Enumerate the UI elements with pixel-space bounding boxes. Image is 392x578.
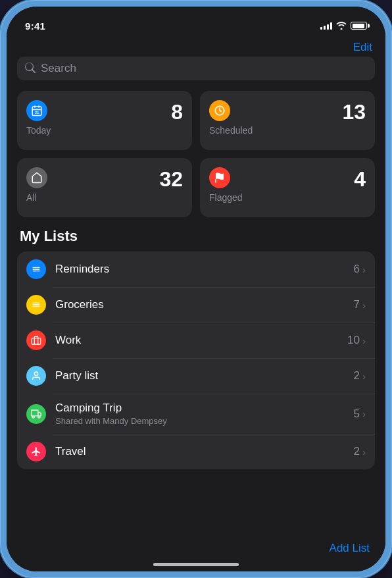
card-count-today: 8 [171, 100, 183, 124]
list-icon-travel [26, 442, 46, 461]
status-bar: 9:41 [7, 7, 385, 36]
card-label-flagged: Flagged [209, 192, 366, 203]
add-list-button[interactable]: Add List [330, 542, 370, 555]
list-name-groceries: Groceries [55, 298, 354, 311]
card-icon-all [26, 167, 47, 188]
card-flagged[interactable]: 4Flagged [200, 158, 375, 217]
list-info-work: Work [55, 334, 347, 347]
list-icon-groceries [26, 295, 46, 315]
smart-cards-grid: 318Today13Scheduled32All4Flagged [17, 91, 375, 217]
list-info-groceries: Groceries [55, 298, 354, 311]
bottom-bar: Add List [7, 537, 385, 563]
list-icon-work [26, 330, 46, 350]
phone-screen: 9:41 [7, 7, 385, 571]
card-count-scheduled: 13 [342, 100, 366, 124]
svg-point-14 [34, 372, 37, 375]
chevron-right-icon: › [362, 371, 366, 382]
chevron-right-icon: › [362, 408, 366, 419]
card-label-scheduled: Scheduled [209, 125, 366, 136]
status-icons [320, 22, 367, 30]
list-right-reminders: 6› [354, 263, 366, 276]
phone-frame: 9:41 [0, 0, 392, 578]
list-subtitle-camping-trip: Shared with Mandy Dempsey [55, 416, 354, 426]
my-lists-title: My Lists [17, 228, 375, 245]
chevron-right-icon: › [362, 335, 366, 346]
card-count-all: 32 [159, 167, 183, 192]
list-item-work[interactable]: Work10› [17, 323, 375, 358]
list-name-reminders: Reminders [55, 263, 354, 276]
list-name-party-list: Party list [55, 369, 354, 382]
edit-button[interactable]: Edit [353, 41, 372, 54]
list-count-work: 10 [347, 334, 360, 347]
list-count-party-list: 2 [354, 369, 360, 382]
card-icon-today: 31 [26, 100, 47, 121]
list-right-party-list: 2› [354, 369, 366, 382]
signal-icon [320, 22, 332, 30]
chevron-right-icon: › [362, 300, 366, 311]
list-count-groceries: 7 [354, 298, 360, 311]
list-item-camping-trip[interactable]: Camping TripShared with Mandy Dempsey5› [17, 394, 375, 434]
search-icon [25, 63, 36, 75]
list-right-groceries: 7› [354, 298, 366, 311]
list-count-camping-trip: 5 [354, 407, 360, 421]
list-icon-reminders [26, 259, 46, 279]
list-item-groceries[interactable]: Groceries7› [17, 287, 375, 323]
svg-point-17 [32, 415, 34, 417]
card-count-flagged: 4 [354, 167, 366, 192]
home-bar [153, 563, 239, 566]
chevron-right-icon: › [362, 264, 366, 275]
list-name-work: Work [55, 334, 347, 347]
lists-container: Reminders6›Groceries7›Work10›Party list2… [17, 251, 375, 469]
list-name-travel: Travel [55, 445, 354, 458]
list-info-party-list: Party list [55, 369, 354, 382]
list-info-reminders: Reminders [55, 263, 354, 276]
search-bar[interactable]: Search [17, 57, 375, 80]
search-placeholder: Search [41, 62, 76, 75]
card-today[interactable]: 318Today [17, 91, 192, 150]
edit-row: Edit [17, 36, 375, 57]
list-icon-camping-trip [26, 404, 46, 424]
svg-marker-16 [38, 412, 41, 415]
card-icon-scheduled [209, 100, 230, 121]
list-icon-party-list [26, 366, 46, 386]
main-content: Edit Search 318Today13Scheduled32All4Fla… [7, 36, 385, 537]
list-count-reminders: 6 [354, 263, 360, 276]
list-right-camping-trip: 5› [354, 407, 366, 421]
card-scheduled[interactable]: 13Scheduled [200, 91, 375, 150]
chevron-right-icon: › [362, 446, 366, 458]
list-item-reminders[interactable]: Reminders6› [17, 251, 375, 287]
list-info-camping-trip: Camping TripShared with Mandy Dempsey [55, 402, 354, 426]
wifi-icon [336, 22, 347, 30]
card-label-all: All [26, 192, 183, 203]
list-name-camping-trip: Camping Trip [55, 402, 354, 415]
home-indicator [7, 563, 385, 571]
list-right-travel: 2› [354, 445, 366, 458]
battery-icon [351, 22, 367, 30]
list-info-travel: Travel [55, 445, 354, 458]
card-label-today: Today [26, 125, 183, 136]
svg-rect-15 [32, 410, 38, 416]
list-right-work: 10› [347, 334, 366, 347]
status-time: 9:41 [25, 20, 45, 32]
svg-text:31: 31 [35, 111, 39, 115]
screen-content: 9:41 [7, 7, 385, 571]
list-item-party-list[interactable]: Party list2› [17, 358, 375, 394]
list-count-travel: 2 [354, 445, 360, 458]
card-all[interactable]: 32All [17, 158, 192, 217]
list-item-travel[interactable]: Travel2› [17, 434, 375, 469]
svg-rect-13 [32, 338, 40, 344]
svg-point-18 [38, 415, 40, 417]
card-icon-flagged [209, 167, 230, 188]
